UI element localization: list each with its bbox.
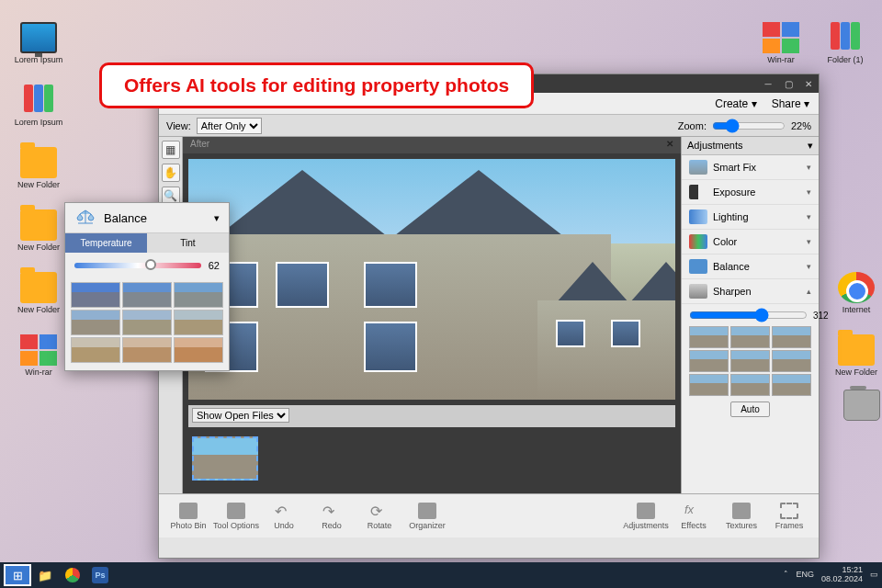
monitor-icon [20, 22, 57, 53]
clock[interactable]: 15:21 08.02.2024 [821, 566, 863, 584]
preset-thumb[interactable] [730, 326, 770, 348]
preset-thumb[interactable] [689, 374, 729, 396]
explorer-button[interactable]: 📁 [31, 564, 59, 586]
desktop-icon-trash[interactable] [836, 390, 882, 423]
preset-thumb[interactable] [689, 350, 729, 372]
hand-tool-icon[interactable]: ✋ [162, 164, 180, 182]
tray-chevron-icon[interactable]: ˄ [784, 571, 788, 580]
chevron-down-icon[interactable]: ▾ [214, 212, 220, 224]
adj-label: Exposure [713, 187, 755, 198]
preset-thumb[interactable] [730, 350, 770, 372]
preset-thumb[interactable] [689, 326, 729, 348]
adj-exposure[interactable]: Exposure▾ [682, 180, 819, 205]
tool-options-button[interactable]: Tool Options [212, 503, 260, 530]
effects-tab[interactable]: fxEffects [670, 503, 718, 530]
view-select[interactable]: After Only [197, 118, 262, 134]
desktop-icon-chrome[interactable]: Internet [831, 272, 882, 314]
photoshop-button[interactable]: Ps [86, 564, 114, 586]
panel-menu-icon[interactable]: ▾ [808, 140, 813, 152]
desktop-icon-winrar[interactable]: Win-rar [13, 334, 64, 377]
temperature-value: 62 [209, 260, 220, 271]
tab-tint[interactable]: Tint [147, 233, 229, 253]
bb-label: Tool Options [213, 521, 259, 530]
photo-bin-button[interactable]: Photo Bin [164, 503, 212, 530]
adj-sharpen[interactable]: Sharpen▴ [682, 279, 819, 304]
preset-thumb[interactable] [174, 282, 223, 308]
house-graphic [537, 262, 675, 400]
bb-label: Adjustments [623, 521, 669, 530]
icon-label: Lorem Ipsum [15, 118, 63, 127]
adj-smartfix[interactable]: Smart Fix▾ [682, 155, 819, 180]
rotate-button[interactable]: ⟳Rotate [356, 503, 403, 530]
bb-label: Organizer [409, 521, 446, 530]
layers-tool-icon[interactable]: ▦ [162, 141, 180, 159]
preset-thumb[interactable] [122, 337, 172, 363]
desktop-icon-folder[interactable]: New Folder [831, 334, 882, 377]
organizer-button[interactable]: Organizer [403, 503, 451, 530]
desktop-icon-folder[interactable]: New Folder [13, 147, 64, 189]
chrome-button[interactable] [59, 564, 86, 586]
preset-thumb[interactable] [730, 374, 770, 396]
photo-thumbnail[interactable] [192, 436, 258, 481]
slider-knob[interactable] [145, 259, 156, 270]
preset-thumb[interactable] [174, 310, 223, 335]
bb-label: Photo Bin [170, 521, 206, 530]
close-tab-icon[interactable]: ✕ [666, 139, 673, 152]
minimize-button[interactable]: ─ [762, 79, 775, 89]
language-indicator[interactable]: ENG [796, 571, 814, 580]
bb-label: Redo [322, 521, 342, 530]
desktop-icon-winrar[interactable]: Win-rar [755, 22, 807, 64]
preset-thumb[interactable] [71, 310, 120, 335]
chevron-up-icon: ▴ [807, 287, 811, 296]
textures-icon [732, 503, 751, 519]
frames-tab[interactable]: Frames [765, 503, 813, 530]
preset-thumb[interactable] [71, 282, 120, 308]
adjustments-icon [637, 503, 655, 519]
maximize-button[interactable]: ▢ [782, 79, 795, 89]
image-canvas[interactable] [188, 159, 675, 400]
temperature-slider[interactable] [74, 263, 201, 268]
icon-label: Internet [842, 305, 871, 314]
preset-thumb[interactable] [772, 374, 811, 396]
share-menu[interactable]: Share ▾ [772, 97, 809, 110]
preset-thumb[interactable] [71, 337, 120, 363]
create-menu[interactable]: Create ▾ [715, 97, 756, 110]
canvas-tab-label: After [190, 139, 209, 152]
icon-label: Win-rar [767, 55, 795, 64]
adj-balance[interactable]: Balance▾ [682, 254, 819, 279]
preset-thumb[interactable] [772, 350, 811, 372]
tab-temperature[interactable]: Temperature [65, 233, 147, 253]
undo-button[interactable]: ↶Undo [260, 503, 308, 530]
desktop-icon-books[interactable]: Folder (1) [820, 22, 871, 64]
photo-bin-icon [179, 503, 198, 519]
desktop-icon-monitor[interactable]: Lorem Ipsum [13, 22, 64, 64]
zoom-slider[interactable] [712, 119, 786, 133]
icon-label: New Folder [17, 243, 60, 252]
adj-lighting[interactable]: Lighting▾ [682, 205, 819, 230]
balance-panel: Balance ▾ Temperature Tint 62 [64, 202, 230, 371]
adj-color[interactable]: Color▾ [682, 230, 819, 254]
adj-label: Lighting [713, 211, 749, 222]
chevron-down-icon: ▾ [804, 97, 809, 110]
desktop-icon-folder[interactable]: New Folder [13, 272, 64, 314]
start-button[interactable]: ⊞ [4, 564, 31, 586]
textures-tab[interactable]: Textures [718, 503, 765, 530]
canvas-area: After ✕ Show Open Fil [183, 137, 681, 493]
balance-presets [65, 278, 229, 370]
adjustments-tab[interactable]: Adjustments [622, 503, 670, 530]
create-label: Create [715, 97, 748, 110]
desktop-icon-folder[interactable]: New Folder [13, 209, 64, 252]
date-label: 08.02.2024 [821, 575, 863, 584]
sharpen-controls: 312 Auto [682, 304, 819, 426]
preset-thumb[interactable] [174, 337, 223, 363]
notifications-icon[interactable]: ▭ [870, 571, 878, 580]
desktop-icon-books[interactable]: Lorem Ipsum [13, 85, 64, 127]
preset-thumb[interactable] [772, 326, 811, 348]
preset-thumb[interactable] [122, 310, 172, 335]
redo-button[interactable]: ↷Redo [308, 503, 356, 530]
preset-thumb[interactable] [122, 282, 172, 308]
auto-button[interactable]: Auto [730, 401, 770, 417]
sharpen-slider[interactable] [689, 308, 808, 322]
open-files-select[interactable]: Show Open Files [192, 408, 289, 423]
close-button[interactable]: ✕ [802, 79, 815, 89]
